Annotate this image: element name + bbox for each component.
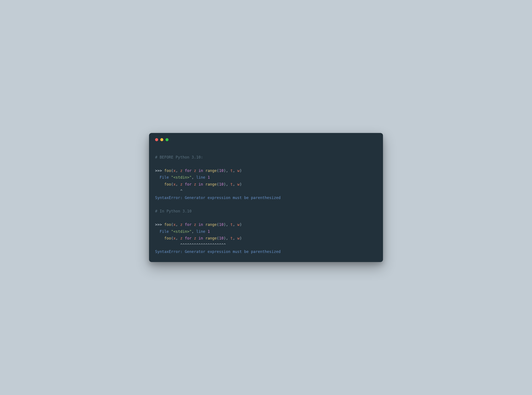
comma: ,	[233, 169, 237, 173]
r-paren: )	[240, 236, 242, 240]
arg-x: x	[173, 182, 176, 187]
arg-x: x	[173, 222, 176, 227]
r-paren: )	[224, 222, 226, 227]
arg-w: w	[237, 169, 240, 173]
prompt: >>>	[155, 222, 164, 227]
comma: ,	[233, 182, 237, 187]
caret-marker: ^	[155, 189, 182, 193]
space	[196, 182, 199, 187]
indent	[155, 175, 160, 180]
space	[205, 175, 208, 180]
loop-var: z	[194, 169, 196, 173]
space	[182, 182, 185, 187]
kw-in: in	[198, 182, 203, 187]
num-10: 10	[219, 169, 224, 173]
comma: ,	[192, 175, 196, 180]
kw-in: in	[198, 222, 203, 227]
loop-var: z	[194, 182, 196, 187]
func-name: foo	[164, 222, 171, 227]
space	[203, 182, 205, 187]
comma: ,	[176, 169, 180, 173]
range-func: range	[205, 222, 217, 227]
r-paren: )	[240, 182, 242, 187]
num-10: 10	[219, 182, 224, 187]
kw-in: in	[198, 169, 203, 173]
comma: ,	[176, 222, 180, 227]
comma: ,	[226, 222, 230, 227]
arg-z: z	[180, 182, 183, 187]
r-paren: )	[224, 236, 226, 240]
l-paren: (	[217, 182, 219, 187]
r-paren: )	[240, 222, 242, 227]
arg-t: t	[230, 222, 233, 227]
error-message: Generator expression must be parenthesiz…	[185, 196, 281, 200]
caret-marker: ^^^^^^^^^^^^^^^^^^^^	[155, 243, 226, 247]
comma: ,	[233, 236, 237, 240]
space	[192, 169, 194, 173]
error-label: SyntaxError	[155, 196, 180, 200]
comma: ,	[192, 229, 196, 234]
l-paren: (	[217, 169, 219, 173]
space	[169, 175, 171, 180]
r-paren: )	[240, 169, 242, 173]
space	[169, 229, 171, 234]
comma: ,	[226, 169, 230, 173]
line-label: line	[196, 175, 205, 180]
kw-for: for	[185, 222, 192, 227]
range-func: range	[205, 236, 217, 240]
colon: :	[180, 196, 185, 200]
l-paren: (	[171, 236, 174, 240]
loop-var: z	[194, 236, 196, 240]
l-paren: (	[171, 222, 174, 227]
terminal-window: # BEFORE Python 3.10: >>> foo(x, z for z…	[149, 133, 383, 262]
l-paren: (	[171, 169, 174, 173]
minimize-icon[interactable]	[160, 138, 163, 141]
space	[196, 222, 199, 227]
close-icon[interactable]	[155, 138, 158, 141]
line-num: 1	[208, 229, 210, 234]
num-10: 10	[219, 236, 224, 240]
space	[192, 236, 194, 240]
file-label: File	[160, 175, 169, 180]
indent	[155, 229, 160, 234]
line-num: 1	[208, 175, 210, 180]
l-paren: (	[171, 182, 174, 187]
comma: ,	[176, 182, 180, 187]
colon: :	[180, 249, 185, 254]
indent	[155, 182, 164, 187]
indent	[155, 236, 164, 240]
kw-for: for	[185, 182, 192, 187]
space	[203, 222, 205, 227]
space	[182, 169, 185, 173]
range-func: range	[205, 182, 217, 187]
comma: ,	[233, 222, 237, 227]
l-paren: (	[217, 222, 219, 227]
space	[192, 182, 194, 187]
comma: ,	[226, 182, 230, 187]
file-label: File	[160, 229, 169, 234]
arg-w: w	[237, 222, 240, 227]
space	[182, 222, 185, 227]
arg-t: t	[230, 236, 233, 240]
func-name: foo	[164, 169, 171, 173]
error-label: SyntaxError	[155, 249, 180, 254]
space	[182, 236, 185, 240]
arg-x: x	[173, 169, 176, 173]
loop-var: z	[194, 222, 196, 227]
line-label: line	[196, 229, 205, 234]
space	[203, 169, 205, 173]
space	[203, 236, 205, 240]
arg-z: z	[180, 169, 183, 173]
range-func: range	[205, 169, 217, 173]
space	[196, 169, 199, 173]
error-message: Generator expression must be parenthesiz…	[185, 249, 281, 254]
r-paren: )	[224, 169, 226, 173]
comment-after: # In Python 3.10	[155, 209, 192, 213]
func-name: foo	[164, 236, 171, 240]
maximize-icon[interactable]	[165, 138, 169, 141]
arg-w: w	[237, 182, 240, 187]
l-paren: (	[217, 236, 219, 240]
space	[192, 222, 194, 227]
kw-for: for	[185, 236, 192, 240]
file-string: "<stdin>"	[171, 175, 192, 180]
